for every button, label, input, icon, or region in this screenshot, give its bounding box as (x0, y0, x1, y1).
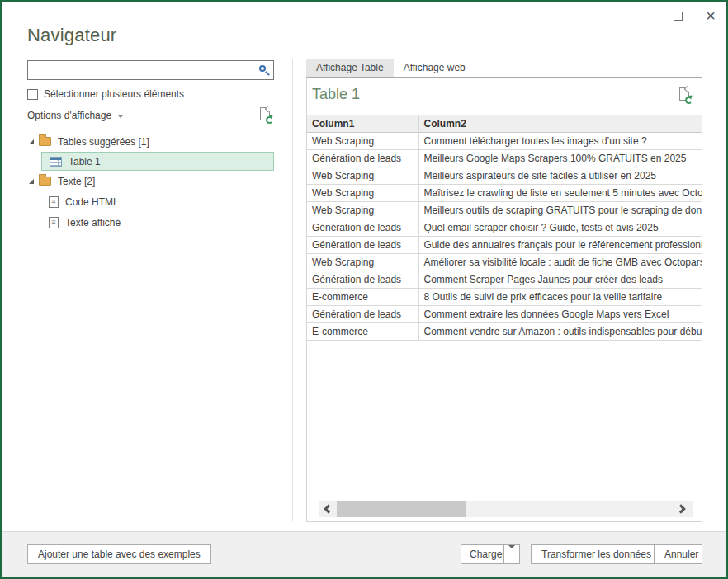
chevron-down-icon (117, 115, 124, 118)
search-input[interactable] (28, 61, 255, 79)
table-cell: Web Scraping (307, 202, 418, 219)
table-row: Génération de leadsGuide des annuaires f… (307, 237, 702, 254)
display-options-label: Options d'affichage (27, 110, 111, 121)
preview-title: Table 1 (312, 86, 360, 103)
refresh-preview-button[interactable] (679, 87, 692, 103)
multi-select-checkbox[interactable] (27, 89, 38, 100)
table-row: Génération de leadsComment extraire les … (307, 306, 702, 323)
table-cell: Maîtrisez le crawling de liste en seulem… (418, 185, 702, 202)
close-icon: × (706, 7, 716, 24)
table-cell: Génération de leads (307, 271, 418, 289)
tree-expander-icon[interactable] (29, 179, 34, 184)
navigator-dialog: × Navigateur Sélectionner plusieurs élém… (0, 0, 728, 579)
tree-item-label: Texte [2] (58, 176, 95, 187)
panel-divider (292, 59, 293, 521)
tree-item-table-1[interactable]: Table 1 (41, 152, 274, 171)
document-icon: ≡ (49, 217, 59, 228)
table-row: Génération de leadsComment Scraper Pages… (307, 271, 702, 289)
tree-item-label: Texte affiché (65, 217, 121, 228)
tree-expander-icon[interactable] (29, 139, 34, 144)
table-cell: Guide des annuaires français pour le réf… (418, 237, 702, 254)
table-cell: 8 Outils de suivi de prix efficaces pour… (418, 289, 702, 306)
table-cell: Web Scraping (307, 167, 418, 185)
tree-item-label: Table 1 (69, 156, 101, 167)
chevron-down-icon (508, 545, 515, 560)
page-title: Navigateur (27, 25, 116, 46)
tree-item-code-html[interactable]: ≡Code HTML (2, 191, 292, 212)
preview-table: Column1Column2 Web ScrapingComment téléc… (307, 115, 702, 341)
tree-item-texte-affich[interactable]: ≡Texte affiché (2, 212, 292, 233)
table-row: Génération de leadsQuel email scraper ch… (307, 219, 702, 237)
table-cell: Quel email scraper choisir ? Guide, test… (418, 219, 702, 237)
document-icon: ≡ (49, 196, 59, 208)
table-icon (50, 157, 62, 167)
table-cell: Web Scraping (307, 133, 418, 150)
table-row: Web ScrapingMeilleurs aspirateurs de sit… (307, 167, 702, 185)
table-cell: Comment vendre sur Amazon : outils indis… (418, 323, 702, 341)
maximize-icon (674, 12, 683, 21)
scrollbar-thumb[interactable] (337, 501, 466, 517)
close-button[interactable]: × (700, 7, 721, 25)
table-cell: Web Scraping (307, 185, 418, 202)
tab-affichage-table[interactable]: Affichage Table (306, 59, 394, 77)
table-cell: Meilleurs Google Maps Scrapers 100% GRAT… (418, 150, 702, 167)
window-controls: × (667, 7, 721, 25)
load-dropdown-button[interactable] (503, 544, 520, 564)
table-cell: Comment Scraper Pages Jaunes pour créer … (418, 271, 702, 289)
search-icon[interactable] (255, 61, 273, 79)
tab-affichage-web[interactable]: Affichage web (394, 59, 475, 77)
table-row: E-commerce8 Outils de suivi de prix effi… (307, 289, 702, 306)
table-row: Web ScrapingComment télécharger toutes l… (307, 133, 702, 150)
tree-item-label: Tables suggérées [1] (58, 136, 149, 148)
multi-select-label[interactable]: Sélectionner plusieurs éléments (44, 88, 184, 100)
table-cell: Comment télécharger toutes les images d’… (418, 133, 702, 150)
scroll-left-button[interactable] (319, 501, 337, 517)
table-row: Web ScrapingAméliorer sa visibilité loca… (307, 254, 702, 271)
cancel-button[interactable]: Annuler (654, 544, 702, 564)
transform-data-button[interactable]: Transformer les données (531, 544, 662, 564)
table-cell: Génération de leads (307, 150, 418, 167)
horizontal-scrollbar[interactable] (319, 501, 693, 517)
navigator-tree: Tables suggérées [1]Table 1Texte [2]≡Cod… (2, 131, 292, 233)
scroll-right-button[interactable] (674, 501, 693, 517)
preview-panel: Table 1 Column1Column2 Web ScrapingComme… (306, 77, 702, 522)
folder-icon (39, 137, 51, 146)
refresh-button[interactable] (260, 107, 272, 123)
chevron-left-icon (324, 504, 333, 513)
tree-item-texte-2[interactable]: Texte [2] (2, 171, 292, 191)
tree-item-label: Code HTML (65, 196, 119, 208)
table-cell: Génération de leads (307, 306, 418, 323)
folder-icon (39, 177, 51, 186)
multi-select-row: Sélectionner plusieurs éléments (27, 88, 184, 100)
table-cell: Génération de leads (307, 237, 418, 254)
table-cell: Web Scraping (307, 254, 418, 271)
tree-item-tables-sugg-r-es-1[interactable]: Tables suggérées [1] (2, 131, 292, 152)
table-cell: E-commerce (307, 289, 418, 306)
table-cell: E-commerce (307, 323, 418, 341)
table-cell: Améliorer sa visibilité locale : audit d… (418, 254, 702, 271)
table-row: Web ScrapingMaîtrisez le crawling de lis… (307, 185, 702, 202)
footer-bar: Ajouter une table avec des exemples Char… (2, 531, 726, 577)
table-row: Génération de leadsMeilleurs Google Maps… (307, 150, 702, 167)
add-table-with-examples-button[interactable]: Ajouter une table avec des exemples (27, 544, 211, 564)
column-header: Column1 (307, 115, 418, 133)
search-box (27, 60, 274, 80)
preview-table-wrap: Column1Column2 Web ScrapingComment téléc… (307, 115, 702, 341)
table-cell: Meilleurs aspirateurs de site faciles à … (418, 167, 702, 185)
chevron-right-icon (676, 504, 685, 513)
display-options-dropdown[interactable]: Options d'affichage (27, 110, 274, 121)
table-row: Web ScrapingMeilleurs outils de scraping… (307, 202, 702, 219)
table-row: E-commerceComment vendre sur Amazon : ou… (307, 323, 702, 341)
table-cell: Génération de leads (307, 219, 418, 237)
maximize-button[interactable] (667, 7, 688, 25)
table-cell: Comment extraire les données Google Maps… (418, 306, 702, 323)
table-cell: Meilleurs outils de scraping GRATUITS po… (418, 202, 702, 219)
column-header: Column2 (418, 115, 702, 133)
preview-tabs: Affichage TableAffichage web (306, 59, 475, 77)
